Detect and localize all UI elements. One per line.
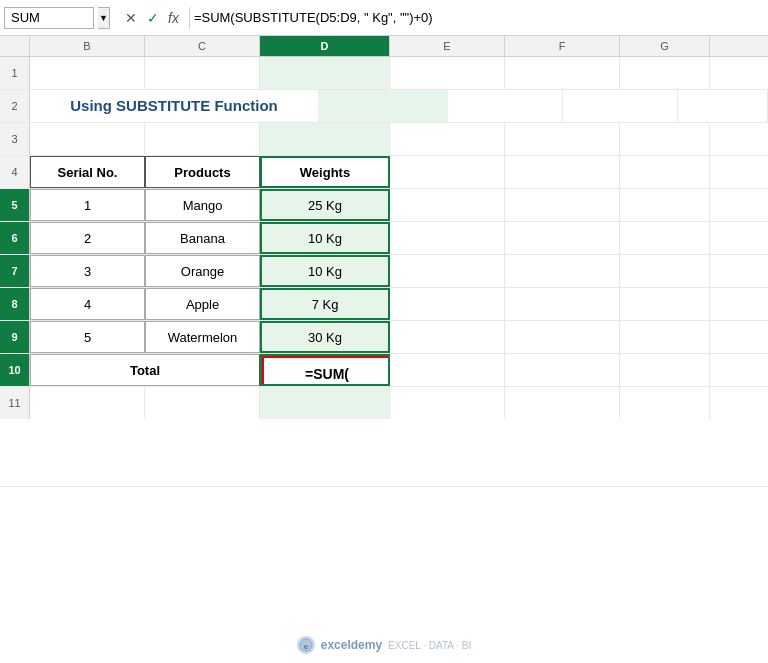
grid-body: 1 2 Using SUBSTITUTE Function 3 xyxy=(0,57,768,487)
col-header-f[interactable]: F xyxy=(505,36,620,56)
name-box[interactable]: SUM xyxy=(4,7,94,29)
cell-g2[interactable] xyxy=(678,90,768,122)
cell-f4[interactable] xyxy=(505,156,620,188)
cell-d2[interactable] xyxy=(318,90,448,122)
confirm-icon[interactable]: ✓ xyxy=(144,10,162,26)
cell-g1[interactable] xyxy=(620,57,710,89)
formula-icons: ✕ ✓ xyxy=(122,10,162,26)
product-4: Apple xyxy=(186,297,219,312)
formula-input[interactable] xyxy=(194,10,764,25)
col-header-b[interactable]: B xyxy=(30,36,145,56)
name-box-dropdown[interactable]: ▼ xyxy=(98,7,110,29)
cell-f8[interactable] xyxy=(505,288,620,320)
cell-d5[interactable]: 25 Kg xyxy=(260,189,390,221)
row-10: 10 Total =SUM( SUBSTITUTE( D5:D9, " Kg",… xyxy=(0,354,768,387)
cell-g7[interactable] xyxy=(620,255,710,287)
row-num-10: 10 xyxy=(0,354,30,386)
cell-b8[interactable]: 4 xyxy=(30,288,145,320)
cell-d11[interactable] xyxy=(260,387,390,419)
serial-1: 1 xyxy=(84,198,91,213)
header-weights: Weights xyxy=(300,165,350,180)
cell-f5[interactable] xyxy=(505,189,620,221)
cell-b1[interactable] xyxy=(30,57,145,89)
spreadsheet-title: Using SUBSTITUTE Function xyxy=(70,97,278,114)
col-header-c[interactable]: C xyxy=(145,36,260,56)
cell-b6[interactable]: 2 xyxy=(30,222,145,254)
cell-g3[interactable] xyxy=(620,123,710,155)
cell-c11[interactable] xyxy=(145,387,260,419)
cell-c7[interactable]: Orange xyxy=(145,255,260,287)
cell-c8[interactable]: Apple xyxy=(145,288,260,320)
cell-b3[interactable] xyxy=(30,123,145,155)
cell-b7[interactable]: 3 xyxy=(30,255,145,287)
cell-c5[interactable]: Mango xyxy=(145,189,260,221)
cell-g11[interactable] xyxy=(620,387,710,419)
cell-e8[interactable] xyxy=(390,288,505,320)
col-header-e[interactable]: E xyxy=(390,36,505,56)
formula-popup: =SUM( SUBSTITUTE( D5:D9, " Kg", "")+0) xyxy=(262,356,390,386)
cell-e3[interactable] xyxy=(390,123,505,155)
cell-f2[interactable] xyxy=(563,90,678,122)
row-7: 7 3 Orange 10 Kg xyxy=(0,255,768,288)
cell-e9[interactable] xyxy=(390,321,505,353)
cell-d6[interactable]: 10 Kg xyxy=(260,222,390,254)
cancel-icon[interactable]: ✕ xyxy=(122,10,140,26)
formula-bar-divider xyxy=(189,7,190,29)
cell-g9[interactable] xyxy=(620,321,710,353)
weight-5: 30 Kg xyxy=(308,330,342,345)
cell-f3[interactable] xyxy=(505,123,620,155)
cell-d9[interactable]: 30 Kg xyxy=(260,321,390,353)
cell-c3[interactable] xyxy=(145,123,260,155)
spreadsheet: B C D E F G 1 2 Using SUBSTITUTE Functio… xyxy=(0,36,768,487)
cell-e6[interactable] xyxy=(390,222,505,254)
row-num-4: 4 xyxy=(0,156,30,188)
cell-e7[interactable] xyxy=(390,255,505,287)
cell-f1[interactable] xyxy=(505,57,620,89)
watermark: e exceldemy EXCEL · DATA · BI xyxy=(0,631,768,659)
cell-f9[interactable] xyxy=(505,321,620,353)
cell-b4-header[interactable]: Serial No. xyxy=(30,156,145,188)
cell-b2-title[interactable]: Using SUBSTITUTE Function xyxy=(30,90,318,122)
product-3: Orange xyxy=(181,264,224,279)
row-1: 1 xyxy=(0,57,768,90)
cell-g8[interactable] xyxy=(620,288,710,320)
col-header-d[interactable]: D xyxy=(260,36,390,56)
cell-d4-header[interactable]: Weights xyxy=(260,156,390,188)
cell-f10[interactable] xyxy=(505,354,620,386)
cell-c4-header[interactable]: Products xyxy=(145,156,260,188)
cell-f11[interactable] xyxy=(505,387,620,419)
serial-2: 2 xyxy=(84,231,91,246)
cell-e2[interactable] xyxy=(448,90,563,122)
cell-e11[interactable] xyxy=(390,387,505,419)
cell-c9[interactable]: Watermelon xyxy=(145,321,260,353)
col-header-g[interactable]: G xyxy=(620,36,710,56)
cell-b11[interactable] xyxy=(30,387,145,419)
cell-g5[interactable] xyxy=(620,189,710,221)
cell-e4[interactable] xyxy=(390,156,505,188)
cell-c1[interactable] xyxy=(145,57,260,89)
cell-d8[interactable]: 7 Kg xyxy=(260,288,390,320)
cell-g4[interactable] xyxy=(620,156,710,188)
cell-g10[interactable] xyxy=(620,354,710,386)
cell-e10[interactable] xyxy=(390,354,505,386)
cell-b9[interactable]: 5 xyxy=(30,321,145,353)
cell-d7[interactable]: 10 Kg xyxy=(260,255,390,287)
cell-d10[interactable]: =SUM( SUBSTITUTE( D5:D9, " Kg", "")+0) xyxy=(260,354,390,386)
corner-cell xyxy=(0,36,30,56)
cell-f6[interactable] xyxy=(505,222,620,254)
cell-d3[interactable] xyxy=(260,123,390,155)
row-8: 8 4 Apple 7 Kg xyxy=(0,288,768,321)
cell-e5[interactable] xyxy=(390,189,505,221)
row-9: 9 5 Watermelon 30 Kg xyxy=(0,321,768,354)
header-products: Products xyxy=(174,165,230,180)
cell-c6[interactable]: Banana xyxy=(145,222,260,254)
cell-f7[interactable] xyxy=(505,255,620,287)
fx-label: fx xyxy=(168,10,179,26)
product-1: Mango xyxy=(183,198,223,213)
cell-b5[interactable]: 1 xyxy=(30,189,145,221)
name-box-value: SUM xyxy=(11,10,40,25)
cell-d1[interactable] xyxy=(260,57,390,89)
cell-e1[interactable] xyxy=(390,57,505,89)
cell-b10-total[interactable]: Total xyxy=(30,354,260,386)
cell-g6[interactable] xyxy=(620,222,710,254)
